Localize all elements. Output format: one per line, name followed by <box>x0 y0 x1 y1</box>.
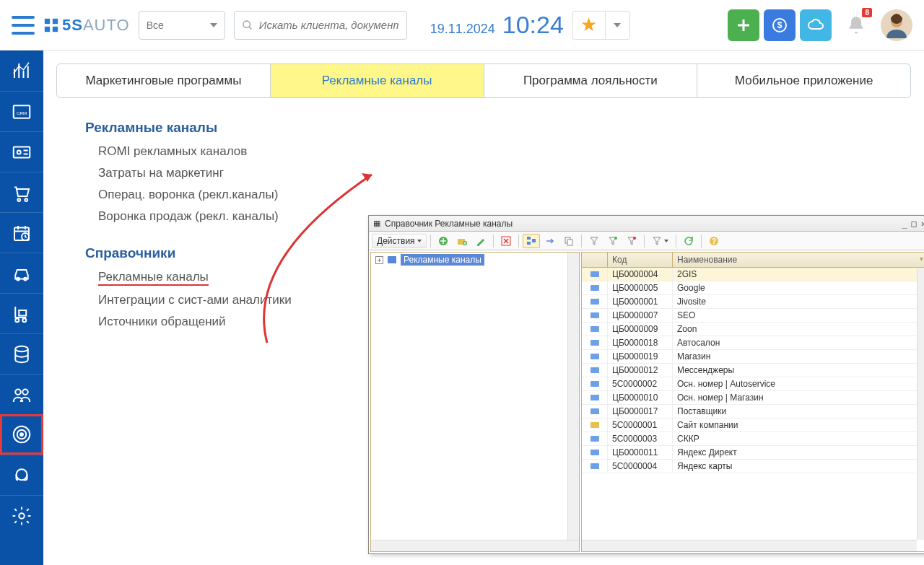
nav-link[interactable]: ROMI рекламных каналов <box>98 144 882 159</box>
move-button[interactable] <box>541 234 559 248</box>
sidebar-item-support[interactable] <box>0 455 43 495</box>
sidebar-item-contacts[interactable] <box>0 131 43 172</box>
tree-panel: + Рекламные каналы <box>370 252 580 552</box>
cloud-button[interactable] <box>800 9 832 41</box>
add-folder-button[interactable] <box>453 234 471 248</box>
tree-root[interactable]: + Рекламные каналы <box>371 253 579 267</box>
favorites[interactable]: ★ <box>572 11 630 40</box>
window-toolbar: Действия ? <box>369 232 924 250</box>
cell-name: СККР <box>673 432 924 445</box>
svg-point-28 <box>20 433 23 436</box>
minimize-button[interactable]: _ <box>902 219 907 229</box>
gear-icon <box>11 505 32 527</box>
table-row[interactable]: ЦБ00000042GIS <box>582 268 924 281</box>
sidebar-item-marketing[interactable] <box>0 414 43 455</box>
table-row[interactable]: ЦБ0000018Автосалон <box>582 336 924 350</box>
filter2-button[interactable] <box>604 234 622 248</box>
grid-scrollbar-v[interactable] <box>917 268 924 540</box>
table-row[interactable]: ЦБ0000017Поставщики <box>582 405 924 419</box>
row-icon <box>590 395 599 400</box>
tree-scrollbar-v[interactable] <box>567 253 579 540</box>
filter-clear-button[interactable] <box>648 234 672 248</box>
table-row[interactable]: ЦБ0000012Мессенджеры <box>582 364 924 377</box>
nav-link[interactable]: Затраты на маркетинг <box>98 166 882 180</box>
tab-3[interactable]: Мобильное приложение <box>697 64 910 97</box>
hierarchy-button[interactable] <box>523 234 540 248</box>
table-row[interactable]: 5С0000003СККР <box>582 432 924 446</box>
sidebar-item-crm[interactable]: CRM <box>0 91 43 131</box>
col-name[interactable]: Наименование▾ <box>673 253 924 267</box>
table-row[interactable]: ЦБ0000001Jivosite <box>582 295 924 309</box>
filter-dropdown[interactable]: Все <box>139 11 225 40</box>
svg-point-29 <box>17 469 27 480</box>
settings-sync-button[interactable]: $ <box>764 9 796 41</box>
svg-rect-0 <box>45 18 50 23</box>
add-item-button[interactable] <box>435 234 452 248</box>
row-icon <box>590 326 599 332</box>
cell-name: 2GIS <box>673 268 924 281</box>
sidebar-item-inventory[interactable] <box>0 293 43 333</box>
edit-button[interactable] <box>472 234 489 248</box>
table-row[interactable]: ЦБ0000005Google <box>582 281 924 295</box>
table-row[interactable]: 5С0000004Яндекс карты <box>582 460 924 473</box>
sidebar-item-dashboard[interactable] <box>0 51 43 91</box>
user-avatar[interactable] <box>881 9 912 41</box>
table-row[interactable]: ЦБ0000019Магазин <box>582 350 924 364</box>
row-icon <box>590 285 599 291</box>
sidebar-item-vehicles[interactable] <box>0 253 43 293</box>
refresh-button[interactable] <box>680 234 697 248</box>
filter3-button[interactable] <box>623 234 640 248</box>
nav-link[interactable]: Рекламные каналы <box>98 270 209 286</box>
cell-code: ЦБ0000005 <box>608 281 673 294</box>
col-icon[interactable] <box>582 253 608 267</box>
maximize-button[interactable]: □ <box>912 219 917 229</box>
favorites-dropdown[interactable] <box>605 12 629 39</box>
main-content: Маркетинговые программыРекламные каналыП… <box>43 51 924 565</box>
table-row[interactable]: ЦБ0000010Осн. номер | Магазин <box>582 391 924 405</box>
row-icon <box>590 271 599 277</box>
sidebar-item-team[interactable] <box>0 374 43 414</box>
cell-code: ЦБ0000011 <box>608 446 673 459</box>
cell-code: ЦБ0000004 <box>608 268 673 281</box>
add-button[interactable] <box>728 9 759 41</box>
svg-line-5 <box>249 27 251 29</box>
search-input[interactable] <box>259 19 399 31</box>
tab-1[interactable]: Рекламные каналы <box>271 64 484 97</box>
actions-menu[interactable]: Действия <box>372 234 427 248</box>
close-button[interactable]: ✕ <box>921 219 924 229</box>
tab-0[interactable]: Маркетинговые программы <box>57 64 271 97</box>
hamburger-menu[interactable] <box>12 16 35 35</box>
top-buttons: $ <box>728 9 832 41</box>
table-row[interactable]: ЦБ0000007SEO <box>582 309 924 323</box>
table-row[interactable]: 5С0000001Сайт компании <box>582 419 924 432</box>
tree-scrollbar-h[interactable] <box>371 540 579 551</box>
copy-button[interactable] <box>560 234 578 248</box>
window-titlebar[interactable]: ▦ Справочник Рекламные каналы _ □ ✕ <box>369 216 924 232</box>
chevron-down-icon <box>614 23 621 27</box>
expand-icon[interactable]: + <box>375 256 383 264</box>
svg-point-14 <box>17 198 20 201</box>
sidebar-item-orders[interactable] <box>0 172 43 212</box>
notification-badge: 8 <box>862 8 872 17</box>
notifications[interactable]: 8 <box>840 9 872 41</box>
cell-name: Магазин <box>673 350 924 363</box>
help-button[interactable]: ? <box>705 234 723 248</box>
sidebar-item-finance[interactable] <box>0 333 43 374</box>
grid-scrollbar-h[interactable] <box>582 540 917 551</box>
target-icon <box>11 424 32 445</box>
cell-code: ЦБ0000018 <box>608 336 673 349</box>
delete-button[interactable] <box>497 234 515 248</box>
sidebar-item-settings[interactable] <box>0 495 43 535</box>
filter1-button[interactable] <box>585 234 603 248</box>
sidebar-item-calendar[interactable] <box>0 212 43 253</box>
row-icon <box>590 367 599 373</box>
svg-point-24 <box>15 389 21 395</box>
sort-icon: ▾ <box>920 255 923 263</box>
table-row[interactable]: ЦБ0000009Zoon <box>582 323 924 336</box>
tab-2[interactable]: Программа лояльности <box>484 64 698 97</box>
table-row[interactable]: 5С0000002Осн. номер | Autoservice <box>582 377 924 391</box>
col-code[interactable]: Код <box>608 253 673 267</box>
table-row[interactable]: ЦБ0000011Яндекс Директ <box>582 446 924 460</box>
nav-link[interactable]: Операц. воронка (рекл.каналы) <box>98 188 882 202</box>
search-box[interactable] <box>234 11 407 40</box>
